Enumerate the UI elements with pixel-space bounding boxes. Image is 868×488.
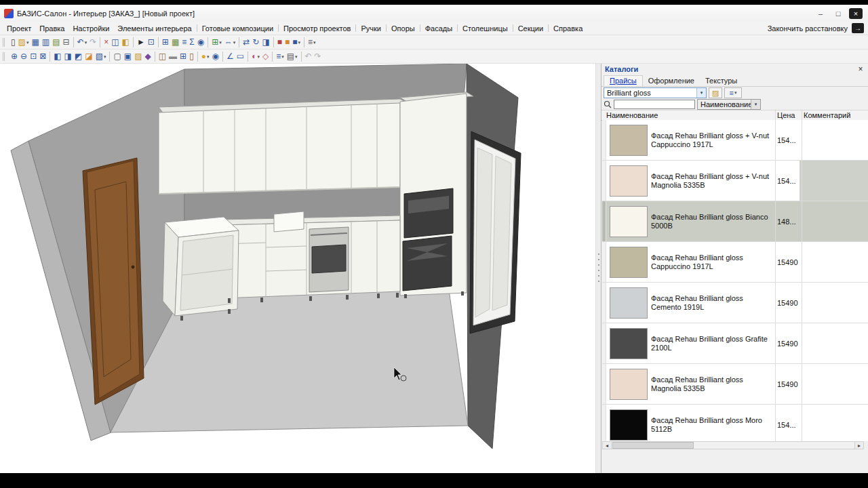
catalog-select[interactable]: Brilliant gloss ▾ (604, 87, 707, 98)
finish-arrangement-button[interactable]: Закончить расстановку (768, 24, 848, 33)
toolbar-icon[interactable]: ≡▾ (307, 36, 317, 49)
toolbar-icon[interactable]: ▤ (51, 36, 61, 49)
toolbar-grip[interactable] (3, 38, 7, 47)
catalog-row[interactable]: Фасад Rehau Brilliant gloss + V-nut Capp… (602, 120, 868, 161)
toolbar-icon[interactable]: ◫ (110, 36, 120, 49)
toolbar-icon[interactable]: ▯ (188, 50, 195, 63)
toolbar-icon[interactable]: ≡▾ (275, 50, 285, 63)
scroll-left-arrow[interactable]: ◂ (603, 442, 612, 449)
catalog-tab[interactable]: Прайсы (604, 75, 643, 86)
toolbar-icon[interactable]: ⊠ (38, 50, 47, 63)
toolbar-icon[interactable]: ⊞▾ (210, 36, 223, 49)
toolbar-icon[interactable]: ▭ (235, 50, 245, 63)
toolbar-icon[interactable]: ↶▾ (76, 36, 89, 49)
toolbar-icon[interactable]: ⊡ (146, 36, 156, 49)
toolbar-icon[interactable]: ↷ (88, 36, 98, 49)
sort-column-select[interactable]: Наименование ▾ (697, 99, 761, 110)
toolbar-icon[interactable]: ⊡ (28, 50, 38, 63)
search-input[interactable] (614, 100, 695, 109)
catalog-row[interactable]: Фасад Rehau Brilliant gloss Cemento 1919… (602, 283, 868, 323)
toolbar-icon[interactable]: ◉ (196, 36, 205, 49)
toolbar-icon[interactable]: ▯ (9, 36, 17, 49)
toolbar-icon[interactable]: ■ (283, 36, 291, 49)
toolbar-icon[interactable]: ⊕ (9, 50, 19, 63)
toolbar-icon[interactable]: ∠ (225, 50, 235, 63)
toolbar-icon[interactable]: ◨ (260, 36, 271, 49)
toolbar-icon[interactable]: ⊞ (178, 50, 188, 63)
horizontal-scrollbar[interactable]: ◂ ▸ (602, 441, 864, 449)
menu-item[interactable]: Проект (3, 23, 35, 34)
catalog-row[interactable]: Фасад Rehau Brilliant gloss Magnolia 533… (602, 364, 868, 405)
menu-item[interactable]: Элементы интерьера (113, 23, 195, 34)
toolbar-icon[interactable]: ▧▾ (94, 50, 108, 63)
catalog-row[interactable]: Фасад Rehau Brilliant gloss Cappuccino 1… (602, 242, 868, 283)
close-button[interactable]: × (849, 8, 863, 19)
menu-item[interactable]: Просмотр проектов (279, 23, 355, 34)
exit-icon[interactable]: → (852, 23, 864, 33)
toolbar-icon[interactable]: ▢ (112, 50, 122, 63)
toolbar-icon[interactable]: ◪ (83, 50, 94, 63)
catalog-row[interactable]: Фасад Rehau Brilliant gloss Moro 5112B 1… (602, 405, 868, 441)
menu-item[interactable]: Фасады (421, 23, 456, 34)
catalog-tab[interactable]: Оформление (643, 76, 700, 86)
toolbar-icon[interactable]: ▤▾ (285, 50, 299, 63)
toolbar-icon[interactable]: ▦ (30, 36, 40, 49)
menu-item[interactable]: Правка (35, 23, 68, 34)
toolbar-grip[interactable] (3, 52, 7, 61)
menu-item[interactable]: Опоры (387, 23, 419, 34)
toolbar-icon[interactable]: ▨ (133, 50, 143, 63)
chevron-down-icon[interactable]: ▾ (751, 100, 760, 109)
toolbar-icon[interactable]: ⊞ (161, 36, 170, 49)
toolbar-icon[interactable]: ⊟ (62, 36, 71, 49)
column-header-price[interactable]: Цена (777, 111, 795, 119)
toolbar-icon[interactable]: ■▾ (291, 36, 302, 49)
toolbar-icon[interactable]: × (102, 36, 110, 49)
toolbar-icon[interactable]: ◫ (157, 50, 167, 63)
maximize-button[interactable]: □ (829, 7, 847, 20)
menu-item[interactable]: Столешницы (458, 23, 512, 34)
toolbar-icon[interactable]: ⇔▾ (223, 36, 237, 49)
catalog-row[interactable]: Фасад Rehau Brilliant gloss Bianco 5000B… (602, 201, 868, 242)
toolbar-icon[interactable]: ◩ (73, 50, 83, 63)
toolbar-icon[interactable]: ▨▾ (17, 36, 31, 49)
toolbar-icon[interactable]: ▬ (167, 50, 178, 63)
toolbar-icon[interactable]: ◉ (211, 50, 220, 63)
menu-item[interactable]: Готовые композиции (198, 23, 277, 34)
toolbar-icon[interactable]: ↷ (313, 50, 323, 63)
toolbar-icon[interactable]: ◐▾ (250, 50, 261, 63)
panel-splitter[interactable] (595, 64, 601, 473)
toolbar-icon[interactable]: ⇄ (241, 36, 251, 49)
toolbar-icon[interactable]: ◆ (144, 50, 153, 63)
column-header-comment[interactable]: Комментарий (804, 111, 850, 119)
menu-item[interactable]: Настройки (68, 23, 113, 34)
toolbar-icon[interactable]: ◨ (63, 50, 73, 63)
catalog-row[interactable]: Фасад Rehau Brilliant gloss Grafite 2100… (602, 323, 868, 364)
toolbar-icon[interactable]: ▣ (123, 50, 133, 63)
toolbar-icon[interactable]: ◧ (121, 36, 131, 49)
menu-item[interactable]: Секции (514, 23, 547, 34)
toolbar-icon[interactable]: ▦ (170, 36, 180, 49)
toolbar-icon[interactable]: ◇ (261, 50, 270, 63)
toolbar-icon[interactable]: ↻ (251, 36, 260, 49)
toolbar-icon[interactable]: Σ (188, 36, 195, 49)
column-header-name[interactable]: Наименование (606, 111, 658, 119)
catalog-edit-button[interactable]: ▨ (709, 87, 722, 98)
chevron-down-icon[interactable]: ▾ (696, 88, 706, 98)
toolbar-icon[interactable]: ↶ (304, 50, 313, 63)
toolbar-icon[interactable]: ⊖ (19, 50, 28, 63)
toolbar-icon[interactable]: ≡ (180, 36, 188, 49)
view-mode-button[interactable]: ≡▾ (724, 87, 742, 98)
3d-viewport[interactable] (0, 64, 595, 473)
panel-close-icon[interactable]: × (856, 65, 865, 73)
toolbar-icon[interactable]: ► (136, 36, 146, 49)
scroll-right-arrow[interactable]: ▸ (854, 442, 863, 449)
catalog-row[interactable]: Фасад Rehau Brilliant gloss + V-nut Magn… (602, 161, 868, 201)
menu-item[interactable]: Ручки (357, 23, 385, 34)
minimize-button[interactable]: – (812, 7, 829, 20)
toolbar-icon[interactable]: ▥ (41, 36, 51, 49)
scrollbar-thumb[interactable] (612, 442, 694, 449)
toolbar-icon[interactable]: ■ (276, 36, 283, 49)
toolbar-icon[interactable]: ●▾ (200, 50, 211, 63)
toolbar-icon[interactable]: ◧ (52, 50, 62, 63)
catalog-tab[interactable]: Текстуры (700, 76, 743, 86)
